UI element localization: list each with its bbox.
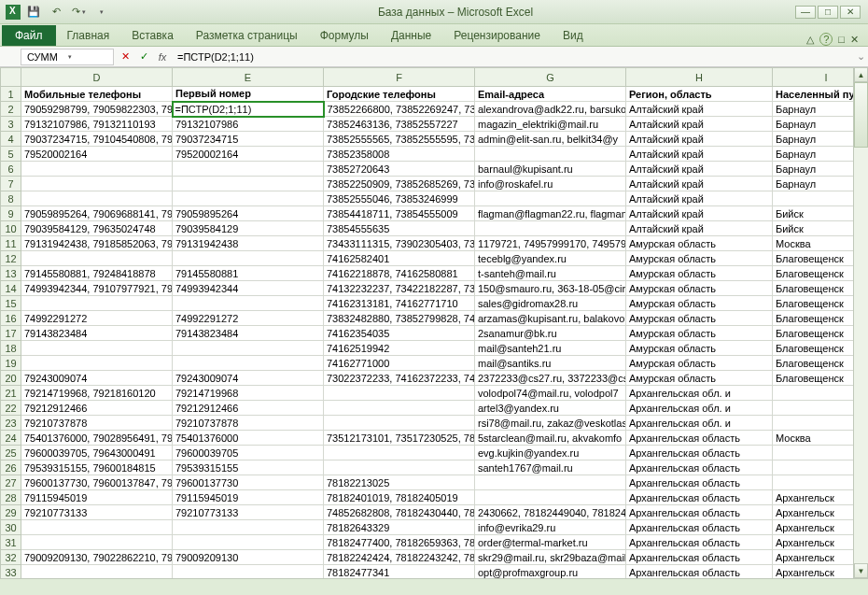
qat-save[interactable]: 💾	[24, 3, 43, 21]
cell[interactable]: Амурская область	[626, 341, 773, 356]
cell[interactable]: mail@santiks.ru	[475, 356, 626, 371]
cell[interactable]: Архангельская область	[626, 446, 773, 460]
minimize-button[interactable]: ―	[795, 6, 816, 19]
spreadsheet-grid[interactable]: D E F G H I 1Мобильные телефоныПервый но…	[0, 67, 853, 578]
tab-data[interactable]: Данные	[380, 25, 442, 46]
row-header[interactable]: 1	[1, 87, 21, 102]
cell[interactable]	[773, 386, 854, 401]
cell[interactable]: Архангельская область	[626, 460, 773, 475]
tab-file[interactable]: Файл	[2, 25, 56, 46]
cell[interactable]	[773, 446, 854, 460]
row-header[interactable]: 27	[1, 475, 21, 490]
cell[interactable]	[21, 520, 173, 535]
row-header[interactable]: 2	[1, 102, 21, 117]
row-header[interactable]: 33	[1, 565, 21, 579]
cell[interactable]: flagman@flagman22.ru, flagman	[475, 206, 626, 221]
cell[interactable]: 74992291272	[173, 311, 324, 326]
formula-cancel[interactable]: ✕	[116, 50, 134, 63]
cell[interactable]: 74162313181, 74162771710	[324, 296, 475, 311]
column-title-cell[interactable]: Регион, область	[626, 87, 773, 102]
row-header[interactable]: 5	[1, 147, 21, 162]
cell[interactable]: Алтайский край	[626, 147, 773, 162]
cell[interactable]: Архангельская обл. и	[626, 386, 773, 401]
cell[interactable]: Амурская область	[626, 251, 773, 266]
row-header[interactable]: 19	[1, 356, 21, 371]
cell[interactable]: volodpol74@mail.ru, volodpol7	[475, 386, 626, 401]
cell[interactable]: t-santeh@mail.ru	[475, 266, 626, 281]
cell[interactable]	[173, 520, 324, 535]
cell[interactable]	[173, 177, 324, 191]
cell[interactable]: 79520002164	[21, 147, 173, 162]
cell[interactable]: Архангельск	[773, 535, 854, 550]
qat-redo[interactable]: ↷▾	[69, 3, 88, 21]
cell[interactable]: Амурская область	[626, 311, 773, 326]
cell[interactable]: 2430662, 78182449040, 7818247	[475, 505, 626, 520]
active-cell[interactable]: =ПСТР(D2;1;11)	[173, 102, 324, 117]
cell[interactable]: 79009209130, 79022862210, 7902	[21, 550, 173, 565]
name-box[interactable]: СУММ▾	[21, 49, 114, 65]
cell[interactable]: 78182213025	[324, 475, 475, 490]
cell[interactable]: Амурская область	[626, 371, 773, 386]
cell[interactable]: Благовещенск	[773, 281, 854, 296]
cell[interactable]: santeh1767@mail.ru	[475, 460, 626, 475]
row-header[interactable]: 13	[1, 266, 21, 281]
column-title-cell[interactable]: Email-адреса	[475, 87, 626, 102]
cell[interactable]	[173, 356, 324, 371]
cell[interactable]	[21, 251, 173, 266]
cell[interactable]: Бийск	[773, 221, 854, 236]
cell[interactable]: mail@santeh21.ru	[475, 341, 626, 356]
cell[interactable]: Алтайский край	[626, 132, 773, 147]
cell[interactable]: Алтайский край	[626, 102, 773, 117]
row-header[interactable]: 10	[1, 221, 21, 236]
cell[interactable]: 79037234715	[173, 132, 324, 147]
cell[interactable]: 73854418711, 73854555009	[324, 206, 475, 221]
row-header[interactable]: 7	[1, 177, 21, 191]
cell[interactable]: info@evrika29.ru	[475, 520, 626, 535]
cell[interactable]	[173, 535, 324, 550]
cell[interactable]: 79210773133	[21, 505, 173, 520]
cell[interactable]: Барнаул	[773, 117, 854, 132]
col-header-H[interactable]: H	[626, 68, 773, 87]
cell[interactable]: teceblg@yandex.ru	[475, 251, 626, 266]
cell[interactable]: 73852358008	[324, 147, 475, 162]
cell[interactable]: 73852266800, 73852269247, 7385	[324, 102, 475, 117]
cell[interactable]: 79600039705, 79643000491	[21, 446, 173, 460]
tab-review[interactable]: Рецензирование	[442, 25, 552, 46]
row-header[interactable]: 4	[1, 132, 21, 147]
cell[interactable]: Благовещенск	[773, 251, 854, 266]
cell[interactable]: 78182401019, 78182405019	[324, 490, 475, 505]
cell[interactable]: Амурская область	[626, 266, 773, 281]
cell[interactable]: 2sanamur@bk.ru	[475, 326, 626, 341]
row-header[interactable]: 32	[1, 550, 21, 565]
row-header[interactable]: 15	[1, 296, 21, 311]
cell[interactable]: 79600137730, 79600137847, 7981	[21, 475, 173, 490]
col-header-E[interactable]: E	[173, 68, 324, 87]
row-header[interactable]: 12	[1, 251, 21, 266]
cell[interactable]: Архангельск	[773, 565, 854, 579]
cell[interactable]: 1179721, 74957999170, 74957999	[475, 236, 626, 251]
cell[interactable]: Барнаул	[773, 132, 854, 147]
cell[interactable]: 79131942438	[173, 236, 324, 251]
cell[interactable]: Амурская область	[626, 356, 773, 371]
cell[interactable]: 74852682808, 78182430440, 7818	[324, 505, 475, 520]
row-header[interactable]: 3	[1, 117, 21, 132]
cell[interactable]: 74162354035	[324, 326, 475, 341]
cell[interactable]: Барнаул	[773, 102, 854, 117]
cell[interactable]: 79212912466	[173, 401, 324, 416]
row-header[interactable]: 24	[1, 431, 21, 446]
cell[interactable]: Благовещенск	[773, 341, 854, 356]
cell[interactable]: 79210773133	[173, 505, 324, 520]
row-header[interactable]: 18	[1, 341, 21, 356]
cell[interactable]: 5starclean@mail.ru, akvakomfo	[475, 431, 626, 446]
cell[interactable]: 75401376000, 79028956491, 7909	[21, 431, 173, 446]
column-title-cell[interactable]: Городские телефоны	[324, 87, 475, 102]
cell[interactable]: 73852720643	[324, 162, 475, 177]
cell[interactable]: 79214719968, 79218160120	[21, 386, 173, 401]
close-button[interactable]: ✕	[840, 6, 861, 19]
cell[interactable]: 74132232237, 73422182287, 7343	[324, 281, 475, 296]
cell[interactable]: Барнаул	[773, 147, 854, 162]
cell[interactable]: order@termal-market.ru	[475, 535, 626, 550]
help-button[interactable]: ?	[819, 33, 833, 46]
cell[interactable]: Амурская область	[626, 281, 773, 296]
cell[interactable]: 74162218878, 74162580881	[324, 266, 475, 281]
